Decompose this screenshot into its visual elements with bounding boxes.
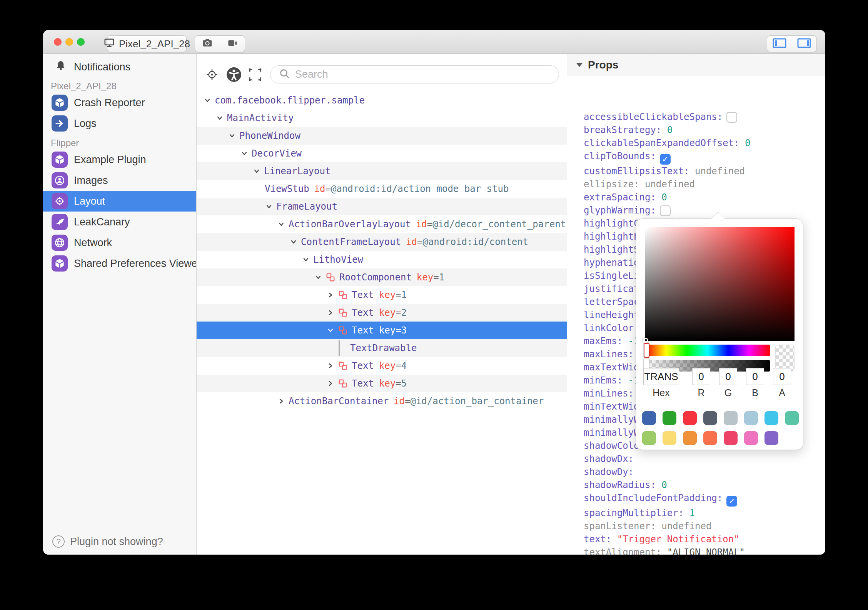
preset-color-swatch[interactable] <box>663 411 676 425</box>
select-element-button[interactable] <box>247 66 264 83</box>
bell-icon <box>55 60 67 75</box>
prop-key: customEllipsisText: <box>584 166 689 177</box>
chevron-right-icon[interactable] <box>326 291 335 299</box>
tree-node-framelayout[interactable]: FrameLayout <box>197 198 567 215</box>
chevron-right-icon[interactable] <box>326 379 335 388</box>
sidebar-item-label: LeakCanary <box>74 216 130 228</box>
chevron-down-icon[interactable] <box>228 132 236 140</box>
saturation-cursor[interactable] <box>643 338 648 343</box>
search-input[interactable] <box>295 68 526 80</box>
preset-color-swatch[interactable] <box>663 431 676 445</box>
alpha-input[interactable] <box>773 368 791 385</box>
tree-node-attribute: key=1 <box>379 290 407 300</box>
tree-node-contentframelayout[interactable]: ContentFrameLayoutid=@android:id/content <box>197 233 567 251</box>
target-mode-button[interactable] <box>204 66 220 83</box>
chevron-right-icon[interactable] <box>326 362 335 370</box>
prop-value: 0 <box>739 138 751 148</box>
chevron-right-icon[interactable] <box>326 308 335 317</box>
prop-key: hyphenatio <box>584 257 639 268</box>
tree-node-text[interactable]: Textkey=3 <box>197 322 567 339</box>
prop-checkbox[interactable] <box>660 205 671 216</box>
tree-node-lithoview[interactable]: LithoView <box>197 251 567 268</box>
preset-color-swatch[interactable] <box>765 411 778 425</box>
preset-color-swatch[interactable] <box>724 431 738 445</box>
tree-node-text[interactable]: Textkey=2 <box>197 304 567 322</box>
tree-node-text[interactable]: Textkey=1 <box>197 286 567 304</box>
tree-node-name: ViewStub <box>265 183 309 194</box>
tree-node-actionbarcontainer[interactable]: ActionBarContainerid=@id/action_bar_cont… <box>197 392 567 410</box>
hex-label: Hex <box>643 387 679 397</box>
chevron-down-icon[interactable] <box>277 220 285 228</box>
device-selector-button[interactable]: Pixel_2_API_28 <box>107 35 187 52</box>
preset-color-swatch[interactable] <box>703 431 717 445</box>
tree-node-actionbaroverlaylayout[interactable]: ActionBarOverlayLayoutid=@id/decor_conte… <box>197 215 567 233</box>
tree-node-viewstub[interactable]: ViewStubid=@android:id/action_mode_bar_s… <box>197 180 567 198</box>
tree-node-com.facebook.flipper.sample[interactable]: com.facebook.flipper.sample <box>197 92 567 109</box>
hue-slider-handle[interactable] <box>644 343 649 358</box>
g-label: G <box>719 387 737 397</box>
chevron-right-icon[interactable] <box>277 397 285 405</box>
red-input[interactable] <box>692 368 710 385</box>
sidebar-item-label: Layout <box>74 195 105 207</box>
hex-input[interactable] <box>643 368 679 385</box>
tree-node-name: Text <box>352 307 374 318</box>
blue-input[interactable] <box>746 368 764 385</box>
sidebar-item-notifications[interactable]: Notifications <box>43 57 196 77</box>
prop-key: shadowColo <box>584 440 639 451</box>
chevron-down-icon[interactable] <box>252 167 261 175</box>
sidebar-item-leakcanary[interactable]: LeakCanary <box>43 212 196 232</box>
tree-node-attribute: key=4 <box>379 360 407 371</box>
sidebar-item-logs[interactable]: Logs <box>43 113 196 134</box>
prop-checkbox[interactable]: ✓ <box>726 496 737 507</box>
chevron-down-icon[interactable] <box>314 273 322 282</box>
tree-node-phonewindow[interactable]: PhoneWindow <box>197 127 567 145</box>
hue-slider[interactable] <box>645 345 770 356</box>
props-header[interactable]: Props <box>567 54 825 76</box>
zoom-button[interactable] <box>77 38 85 46</box>
screenshot-button[interactable] <box>195 36 220 52</box>
chevron-down-icon[interactable] <box>302 255 310 264</box>
sidebar-item-shared-preferences-viewer[interactable]: Shared Preferences Viewer <box>43 253 196 274</box>
toggle-left-panel-button[interactable] <box>767 36 792 52</box>
preset-color-swatch[interactable] <box>765 431 778 445</box>
accessibility-mode-button[interactable] <box>225 66 242 83</box>
preset-color-swatch[interactable] <box>683 431 697 445</box>
sidebar-item-crash-reporter[interactable]: Crash Reporter <box>43 92 196 113</box>
chevron-down-icon[interactable] <box>326 326 335 335</box>
preset-color-swatch[interactable] <box>724 411 738 425</box>
sidebar-item-layout[interactable]: Layout <box>43 191 196 212</box>
sidebar-item-example-plugin[interactable]: Example Plugin <box>43 149 196 170</box>
record-video-button[interactable] <box>220 36 245 52</box>
tree-node-linearlayout[interactable]: LinearLayout <box>197 162 567 180</box>
sidebar-item-images[interactable]: Images <box>43 170 196 191</box>
plugin-not-showing-link[interactable]: ? Plugin not showing? <box>52 535 163 548</box>
chevron-down-icon[interactable] <box>289 238 298 246</box>
tree-node-decorview[interactable]: DecorView <box>197 145 567 162</box>
preset-color-swatch[interactable] <box>703 411 717 425</box>
preset-color-swatch[interactable] <box>744 431 758 445</box>
preset-color-swatch[interactable] <box>744 411 758 425</box>
sidebar-item-network[interactable]: Network <box>43 232 196 253</box>
close-button[interactable] <box>54 38 62 46</box>
preset-color-swatch[interactable] <box>683 411 697 425</box>
preset-color-swatch[interactable] <box>642 431 656 445</box>
chevron-down-icon[interactable] <box>203 96 212 105</box>
prop-row-shadowRadius: shadowRadius: 0 <box>584 478 825 492</box>
tree-node-rootcomponent[interactable]: RootComponentkey=1 <box>197 268 567 286</box>
tree-node-textdrawable[interactable]: TextDrawable <box>197 339 567 357</box>
chevron-down-icon[interactable] <box>240 149 249 158</box>
chevron-down-icon[interactable] <box>215 114 224 122</box>
tree-node-mainactivity[interactable]: MainActivity <box>197 109 567 127</box>
prop-checkbox[interactable] <box>726 112 737 123</box>
prop-checkbox[interactable]: ✓ <box>660 154 671 165</box>
minimize-button[interactable] <box>65 38 73 46</box>
saturation-gradient[interactable] <box>645 227 795 341</box>
preset-color-swatch[interactable] <box>785 411 799 425</box>
chevron-down-icon[interactable] <box>265 202 273 211</box>
tree-node-attribute: id=@android:id/content <box>406 237 528 247</box>
tree-node-text[interactable]: Textkey=4 <box>197 357 567 375</box>
preset-color-swatch[interactable] <box>642 411 656 425</box>
tree-node-text[interactable]: Textkey=5 <box>197 375 567 392</box>
green-input[interactable] <box>719 368 737 385</box>
toggle-right-panel-button[interactable] <box>792 36 817 52</box>
